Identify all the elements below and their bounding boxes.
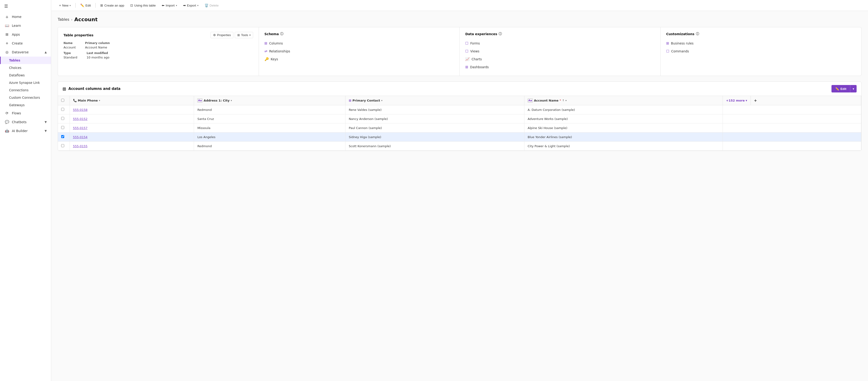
row5-phone-link[interactable]: 555-0155: [73, 144, 88, 148]
import-dropdown-arrow: ▾: [176, 4, 177, 7]
hamburger-menu[interactable]: ☰: [0, 0, 51, 12]
using-this-table-button[interactable]: ⊡ Using this table: [128, 2, 158, 8]
row2-city-cell: Santa Cruz: [194, 114, 345, 123]
sidebar-item-dataflows[interactable]: Dataflows: [0, 71, 51, 79]
commands-icon: ☐: [666, 49, 669, 53]
export-button[interactable]: ➡ Export ▾: [181, 2, 201, 8]
row4-checkbox[interactable]: [61, 135, 64, 138]
tools-button[interactable]: ⊞ Tools ▾: [235, 32, 253, 38]
data-table: 📞 Main Phone ▾ Aa Address 1: City ▾: [58, 96, 861, 151]
sidebar-item-azure-synapse[interactable]: Azure Synapse Link: [0, 79, 51, 86]
row4-account: Blue Yonder Airlines (sample): [528, 135, 572, 139]
table-row: 555-0155 Redmond Scott Konersmann (sampl…: [58, 142, 861, 151]
breadcrumb-separator: ›: [71, 18, 72, 22]
chatbots-icon: 💬: [5, 120, 9, 124]
learn-icon: 📖: [5, 24, 9, 28]
data-exp-link-charts[interactable]: 📈 Charts: [465, 55, 655, 63]
sidebar-item-ai-builder[interactable]: 🤖 AI Builder ▼: [0, 126, 51, 135]
export-label: Export: [187, 4, 196, 7]
row1-extra-cell: [722, 105, 861, 114]
row1-phone-link[interactable]: 555-0158: [73, 108, 88, 112]
customizations-title: Customizations ⓘ: [666, 32, 856, 36]
row2-account: Adventure Works (sample): [528, 117, 568, 121]
sidebar-item-home[interactable]: ⌂ Home: [0, 12, 51, 21]
data-exp-link-forms[interactable]: ☐ Forms: [465, 39, 655, 47]
sidebar-item-tables[interactable]: Tables: [0, 57, 51, 64]
schema-link-relationships[interactable]: ⇌ Relationships: [265, 47, 454, 55]
last-modified-field: Last modified 10 months ago: [87, 52, 110, 59]
tools-dropdown-arrow: ▾: [249, 34, 251, 36]
row3-checkbox[interactable]: [61, 126, 64, 129]
sidebar-sub-item-label: Connections: [9, 88, 28, 92]
sidebar-item-choices[interactable]: Choices: [0, 64, 51, 71]
row2-city: Santa Cruz: [197, 117, 214, 121]
properties-button[interactable]: ⚙ Properties: [211, 32, 234, 38]
th-checkbox: [58, 96, 69, 105]
name-value: Account: [63, 46, 76, 49]
data-exp-link-views[interactable]: ☐ Views: [465, 47, 655, 55]
row2-checkbox[interactable]: [61, 117, 64, 120]
row2-phone-link[interactable]: 555-0152: [73, 117, 88, 121]
table-row: 555-0158 Redmond Rene Valdes (sample) A.…: [58, 105, 861, 114]
main-content: + New ▾ ✏️ Edit ⊞ Create an app ⊡ Using …: [51, 0, 868, 381]
schema-title: Schema ⓘ: [265, 32, 454, 36]
table-grid-icon: ⊞: [63, 86, 66, 91]
custom-link-commands[interactable]: ☐ Commands: [666, 47, 856, 55]
row4-contact: Sidney Higa (sample): [349, 135, 381, 139]
row5-contact: Scott Konersmann (sample): [349, 144, 391, 148]
sidebar-item-create[interactable]: + Create: [0, 39, 51, 48]
select-all-checkbox[interactable]: [61, 99, 64, 102]
create-app-button[interactable]: ⊞ Create an app: [98, 2, 127, 8]
sidebar-item-connections[interactable]: Connections: [0, 86, 51, 94]
edit-data-dropdown-button[interactable]: ▾: [850, 85, 857, 92]
custom-link-business-rules[interactable]: ⊞ Business rules: [666, 39, 856, 47]
sidebar-item-learn[interactable]: 📖 Learn: [0, 21, 51, 30]
sidebar-sub-item-label: Gateways: [9, 103, 25, 107]
edit-label: Edit: [85, 4, 91, 7]
row3-extra-cell: [722, 123, 861, 133]
th-address-city[interactable]: Aa Address 1: City ▾: [194, 96, 345, 105]
row5-checkbox[interactable]: [61, 144, 64, 147]
import-button[interactable]: ⬅ Import ▾: [159, 2, 179, 8]
customizations-info-icon: ⓘ: [696, 32, 699, 36]
edit-data-button[interactable]: ✏️ Edit: [832, 85, 850, 92]
sidebar-item-gateways[interactable]: Gateways: [0, 101, 51, 109]
type-value: Standard: [63, 56, 77, 59]
add-column-button[interactable]: +: [750, 96, 760, 105]
commands-label: Commands: [671, 49, 689, 53]
plus-icon: +: [59, 3, 61, 7]
row3-contact: Paul Cannon (sample): [349, 126, 382, 130]
row4-phone-link[interactable]: 555-0154: [73, 135, 88, 139]
row2-account-cell: Adventure Works (sample): [524, 114, 723, 123]
row3-phone-link[interactable]: 555-0157: [73, 126, 88, 130]
delete-button[interactable]: 🗑️ Delete: [202, 2, 221, 8]
sidebar-item-chatbots[interactable]: 💬 Chatbots ▼: [0, 118, 51, 126]
th-main-phone[interactable]: 📞 Main Phone ▾: [69, 96, 194, 105]
th-more-cols[interactable]: +152 more ▾ +: [722, 96, 861, 105]
row4-contact-cell: Sidney Higa (sample): [345, 133, 524, 142]
tools-label: Tools: [241, 33, 248, 37]
sidebar-item-apps[interactable]: ⊞ Apps: [0, 30, 51, 39]
sidebar-item-flows[interactable]: ⟳ Flows: [0, 109, 51, 118]
data-exp-link-dashboards[interactable]: ⊞ Dashboards: [465, 63, 655, 71]
create-app-icon: ⊞: [100, 3, 103, 7]
new-label: New: [62, 4, 68, 7]
sidebar-item-dataverse[interactable]: ◎ Dataverse ▲: [0, 48, 51, 57]
schema-link-columns[interactable]: ⊞ Columns: [265, 39, 454, 47]
more-cols-button[interactable]: +152 more ▾: [723, 96, 750, 105]
create-app-label: Create an app: [104, 4, 124, 7]
chevron-down-icon-ai: ▼: [45, 129, 47, 133]
edit-button[interactable]: ✏️ Edit: [78, 2, 93, 8]
primary-col-label: Primary column: [85, 41, 110, 45]
sidebar-sub-item-label: Choices: [9, 66, 22, 70]
new-button[interactable]: + New ▾: [57, 2, 73, 8]
breadcrumb-tables-link[interactable]: Tables: [58, 17, 69, 22]
forms-icon: ☐: [465, 41, 468, 46]
relationships-icon: ⇌: [265, 49, 268, 53]
row1-checkbox[interactable]: [61, 108, 64, 111]
th-account-name[interactable]: Aa Account Name * ↑ ▾: [524, 96, 723, 105]
th-primary-contact[interactable]: ⊞ Primary Contact ▾: [345, 96, 524, 105]
primary-contact-col-label: Primary Contact: [352, 99, 380, 102]
sidebar-item-custom-connectors[interactable]: Custom Connectors: [0, 94, 51, 101]
schema-link-keys[interactable]: 🔑 Keys: [265, 55, 454, 63]
